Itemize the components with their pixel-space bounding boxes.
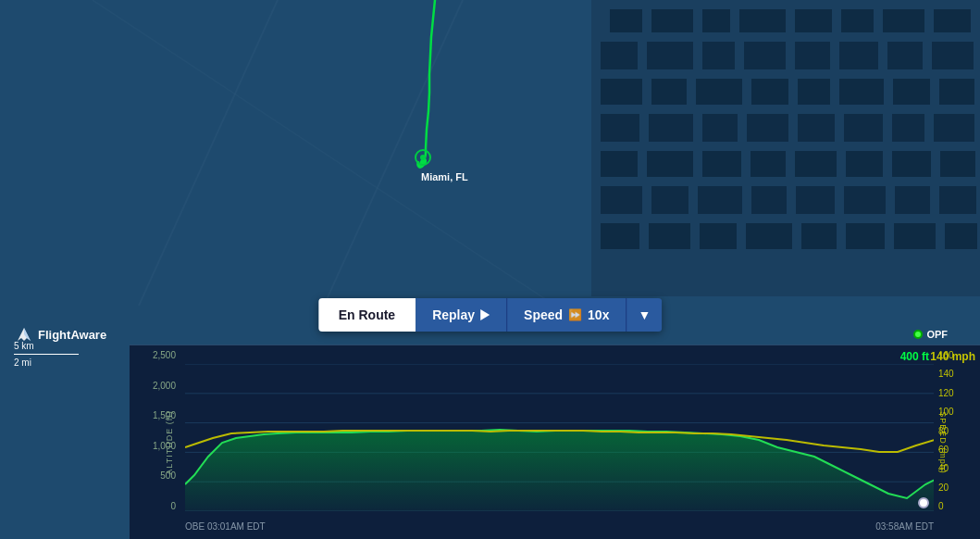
svg-rect-43 xyxy=(751,186,787,214)
opf-dot-circle xyxy=(913,330,923,339)
svg-rect-26 xyxy=(702,114,738,142)
svg-rect-35 xyxy=(751,151,786,177)
alt-label-500: 500 xyxy=(160,470,176,481)
replay-button[interactable]: Replay xyxy=(416,298,506,332)
svg-rect-55 xyxy=(945,223,977,249)
svg-rect-28 xyxy=(798,114,835,142)
svg-rect-1 xyxy=(651,9,693,32)
map-container: Miami, FL OPF FlightAware 5 km 2 mi En R… xyxy=(0,0,980,539)
svg-rect-21 xyxy=(839,79,884,105)
enroute-button[interactable]: En Route xyxy=(318,298,416,332)
svg-rect-12 xyxy=(795,42,830,69)
svg-rect-24 xyxy=(601,114,639,142)
spd-label-40: 40 xyxy=(938,463,949,473)
svg-rect-5 xyxy=(841,9,874,32)
svg-line-57 xyxy=(324,0,463,306)
svg-rect-30 xyxy=(892,114,924,142)
svg-rect-53 xyxy=(846,223,885,249)
speed-button[interactable]: Speed ⏩ 10x xyxy=(506,298,626,332)
speed-value: 10x xyxy=(588,307,609,322)
svg-rect-51 xyxy=(746,223,792,249)
opf-marker: OPF xyxy=(913,329,948,340)
spd-label-60: 60 xyxy=(938,445,949,455)
svg-rect-27 xyxy=(747,114,788,142)
spd-label-0: 0 xyxy=(938,501,944,511)
svg-rect-54 xyxy=(894,223,936,249)
scale-bar: 5 km 2 mi xyxy=(14,341,79,368)
logo-text: FlightAware xyxy=(38,328,106,342)
opf-label: OPF xyxy=(926,329,948,340)
alt-label-0: 0 xyxy=(170,501,176,511)
svg-rect-38 xyxy=(892,151,931,177)
scale-km: 5 km xyxy=(14,341,79,351)
svg-rect-9 xyxy=(647,42,693,69)
svg-rect-17 xyxy=(651,79,687,105)
spd-label-80: 80 xyxy=(938,426,949,436)
svg-rect-0 xyxy=(610,9,642,32)
time-start: OBE 03:01AM EDT xyxy=(185,521,266,532)
timeline-scrubber[interactable] xyxy=(918,497,929,508)
svg-rect-13 xyxy=(839,42,878,69)
svg-rect-2 xyxy=(702,9,730,32)
svg-rect-22 xyxy=(893,79,930,105)
forward-icon: ⏩ xyxy=(568,308,582,321)
svg-rect-42 xyxy=(698,186,742,214)
svg-rect-10 xyxy=(702,42,735,69)
svg-rect-3 xyxy=(739,9,786,32)
svg-point-60 xyxy=(420,155,426,160)
spd-label-120: 120 xyxy=(938,388,954,398)
svg-rect-6 xyxy=(883,9,924,32)
alt-label-1500: 1,500 xyxy=(153,410,176,420)
spd-label-20: 20 xyxy=(938,483,949,493)
replay-label: Replay xyxy=(432,307,475,322)
svg-rect-34 xyxy=(702,151,741,177)
svg-rect-19 xyxy=(751,79,788,105)
svg-line-56 xyxy=(139,0,278,306)
svg-rect-32 xyxy=(601,151,638,177)
spd-label-100: 100 xyxy=(938,407,954,417)
svg-rect-7 xyxy=(934,9,971,32)
timeline: OBE 03:01AM EDT 03:58AM EDT xyxy=(185,521,934,532)
scale-mi: 2 mi xyxy=(14,357,79,368)
svg-rect-25 xyxy=(649,114,693,142)
svg-rect-15 xyxy=(932,42,974,69)
svg-rect-37 xyxy=(846,151,883,177)
miami-marker xyxy=(414,148,432,170)
svg-rect-20 xyxy=(798,79,830,105)
dropdown-button[interactable]: ▼ xyxy=(626,298,662,332)
current-altitude: 400 ft xyxy=(900,350,929,363)
svg-line-58 xyxy=(93,0,555,306)
map-roads-svg xyxy=(0,0,602,306)
svg-rect-44 xyxy=(796,186,835,214)
svg-rect-50 xyxy=(700,223,737,249)
chart-container: 400 ft 140 mph ALTITUDE (ft) SPEED (mph)… xyxy=(130,345,980,539)
svg-rect-46 xyxy=(895,186,930,214)
time-end: 03:58AM EDT xyxy=(875,521,934,532)
svg-rect-23 xyxy=(939,79,974,105)
svg-rect-33 xyxy=(647,151,693,177)
miami-label: Miami, FL xyxy=(421,171,468,182)
spd-label-160: 160 xyxy=(938,350,954,360)
svg-rect-4 xyxy=(795,9,832,32)
svg-rect-52 xyxy=(801,223,837,249)
control-bar: En Route Replay Speed ⏩ 10x ▼ xyxy=(318,298,663,332)
svg-rect-36 xyxy=(795,151,837,177)
svg-rect-29 xyxy=(844,114,883,142)
svg-rect-47 xyxy=(939,186,976,214)
y-axis-left: 2,500 2,000 1,500 1,000 500 0 xyxy=(130,350,180,511)
svg-rect-40 xyxy=(601,186,642,214)
y-axis-right: 160 140 120 100 80 60 40 20 0 xyxy=(934,350,980,511)
play-icon xyxy=(480,309,490,320)
svg-rect-16 xyxy=(601,79,642,105)
urban-grid-overlay xyxy=(591,0,980,296)
altitude-speed-chart xyxy=(185,364,934,511)
svg-rect-39 xyxy=(940,151,975,177)
svg-rect-14 xyxy=(887,42,923,69)
alt-label-2000: 2,000 xyxy=(153,381,176,391)
svg-rect-48 xyxy=(601,223,639,249)
alt-label-2500: 2,500 xyxy=(153,350,176,360)
svg-rect-8 xyxy=(601,42,638,69)
alt-label-1000: 1,000 xyxy=(153,441,176,451)
svg-rect-31 xyxy=(934,114,974,142)
svg-rect-11 xyxy=(744,42,786,69)
